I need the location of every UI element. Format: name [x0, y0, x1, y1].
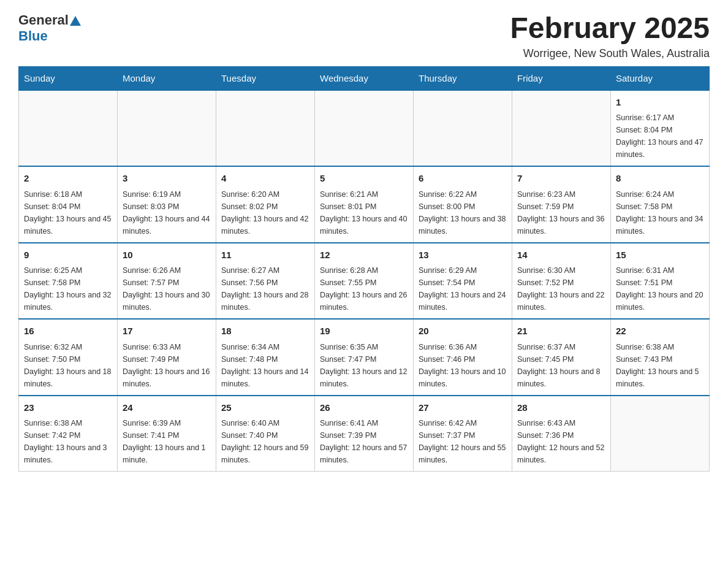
day-number: 19: [320, 324, 408, 339]
day-info: Sunrise: 6:30 AMSunset: 7:52 PMDaylight:…: [517, 264, 605, 313]
logo-triangle-icon: [70, 16, 81, 26]
calendar-week-row: 23Sunrise: 6:38 AMSunset: 7:42 PMDayligh…: [19, 396, 710, 472]
day-info: Sunrise: 6:38 AMSunset: 7:43 PMDaylight:…: [616, 341, 704, 390]
day-number: 25: [221, 401, 309, 415]
day-info: Sunrise: 6:18 AMSunset: 8:04 PMDaylight:…: [24, 188, 112, 237]
day-info: Sunrise: 6:22 AMSunset: 8:00 PMDaylight:…: [419, 188, 507, 237]
calendar-day-cell: [512, 90, 611, 167]
day-number: 14: [517, 248, 605, 262]
svg-marker-0: [70, 16, 81, 26]
location-subtitle: Worrigee, New South Wales, Australia: [510, 47, 710, 60]
day-number: 11: [221, 248, 309, 262]
calendar-day-cell: 1Sunrise: 6:17 AMSunset: 8:04 PMDaylight…: [611, 90, 710, 167]
day-number: 7: [517, 172, 605, 186]
calendar-day-cell: [414, 90, 512, 167]
calendar-day-cell: [315, 90, 414, 167]
calendar-day-cell: 5Sunrise: 6:21 AMSunset: 8:01 PMDaylight…: [315, 166, 414, 243]
day-number: 28: [517, 401, 605, 415]
day-number: 10: [123, 248, 211, 262]
day-info: Sunrise: 6:35 AMSunset: 7:47 PMDaylight:…: [320, 341, 408, 390]
calendar-day-cell: 7Sunrise: 6:23 AMSunset: 7:59 PMDaylight…: [512, 166, 611, 243]
day-number: 15: [616, 248, 704, 262]
calendar-day-cell: [216, 90, 315, 167]
day-number: 17: [123, 324, 211, 339]
day-info: Sunrise: 6:33 AMSunset: 7:49 PMDaylight:…: [123, 341, 211, 390]
day-of-week-header: Friday: [512, 66, 611, 90]
calendar-day-cell: 21Sunrise: 6:37 AMSunset: 7:45 PMDayligh…: [512, 319, 611, 396]
calendar-header-row: SundayMondayTuesdayWednesdayThursdayFrid…: [19, 66, 710, 90]
day-of-week-header: Thursday: [414, 66, 512, 90]
day-info: Sunrise: 6:38 AMSunset: 7:42 PMDaylight:…: [24, 417, 112, 466]
calendar-day-cell: 27Sunrise: 6:42 AMSunset: 7:37 PMDayligh…: [414, 396, 512, 472]
day-info: Sunrise: 6:24 AMSunset: 7:58 PMDaylight:…: [616, 188, 704, 237]
day-number: 24: [123, 401, 211, 415]
calendar-day-cell: 6Sunrise: 6:22 AMSunset: 8:00 PMDaylight…: [414, 166, 512, 243]
calendar-day-cell: [611, 396, 710, 472]
day-number: 5: [320, 172, 408, 186]
day-number: 20: [419, 324, 507, 339]
calendar-day-cell: 24Sunrise: 6:39 AMSunset: 7:41 PMDayligh…: [118, 396, 216, 472]
calendar-day-cell: 26Sunrise: 6:41 AMSunset: 7:39 PMDayligh…: [315, 396, 414, 472]
day-number: 22: [616, 324, 704, 339]
calendar-day-cell: 22Sunrise: 6:38 AMSunset: 7:43 PMDayligh…: [611, 319, 710, 396]
day-of-week-header: Monday: [118, 66, 216, 90]
day-number: 16: [24, 324, 112, 339]
calendar-table: SundayMondayTuesdayWednesdayThursdayFrid…: [18, 66, 710, 472]
day-info: Sunrise: 6:40 AMSunset: 7:40 PMDaylight:…: [221, 417, 309, 466]
title-section: February 2025 Worrigee, New South Wales,…: [510, 12, 710, 60]
day-info: Sunrise: 6:41 AMSunset: 7:39 PMDaylight:…: [320, 417, 408, 466]
day-info: Sunrise: 6:17 AMSunset: 8:04 PMDaylight:…: [616, 112, 704, 161]
calendar-day-cell: 14Sunrise: 6:30 AMSunset: 7:52 PMDayligh…: [512, 243, 611, 320]
calendar-day-cell: 19Sunrise: 6:35 AMSunset: 7:47 PMDayligh…: [315, 319, 414, 396]
day-info: Sunrise: 6:28 AMSunset: 7:55 PMDaylight:…: [320, 264, 408, 313]
calendar-day-cell: 15Sunrise: 6:31 AMSunset: 7:51 PMDayligh…: [611, 243, 710, 320]
calendar-day-cell: 3Sunrise: 6:19 AMSunset: 8:03 PMDaylight…: [118, 166, 216, 243]
logo-text-blue: Blue: [18, 28, 48, 44]
day-of-week-header: Sunday: [19, 66, 118, 90]
day-info: Sunrise: 6:32 AMSunset: 7:50 PMDaylight:…: [24, 341, 112, 390]
day-number: 1: [616, 96, 704, 110]
calendar-day-cell: 9Sunrise: 6:25 AMSunset: 7:58 PMDaylight…: [19, 243, 118, 320]
logo-text-general: General: [18, 12, 69, 28]
day-of-week-header: Saturday: [611, 66, 710, 90]
calendar-day-cell: [19, 90, 118, 167]
calendar-week-row: 2Sunrise: 6:18 AMSunset: 8:04 PMDaylight…: [19, 166, 710, 243]
calendar-day-cell: 25Sunrise: 6:40 AMSunset: 7:40 PMDayligh…: [216, 396, 315, 472]
day-info: Sunrise: 6:27 AMSunset: 7:56 PMDaylight:…: [221, 264, 309, 313]
day-info: Sunrise: 6:26 AMSunset: 7:57 PMDaylight:…: [123, 264, 211, 313]
day-number: 9: [24, 248, 112, 262]
month-title: February 2025: [510, 12, 710, 45]
day-info: Sunrise: 6:25 AMSunset: 7:58 PMDaylight:…: [24, 264, 112, 313]
day-number: 8: [616, 172, 704, 186]
day-number: 23: [24, 401, 112, 415]
day-info: Sunrise: 6:39 AMSunset: 7:41 PMDaylight:…: [123, 417, 211, 466]
logo: General Blue: [18, 12, 81, 44]
day-of-week-header: Tuesday: [216, 66, 315, 90]
day-of-week-header: Wednesday: [315, 66, 414, 90]
day-number: 18: [221, 324, 309, 339]
day-info: Sunrise: 6:37 AMSunset: 7:45 PMDaylight:…: [517, 341, 605, 390]
calendar-week-row: 1Sunrise: 6:17 AMSunset: 8:04 PMDaylight…: [19, 90, 710, 167]
calendar-day-cell: 10Sunrise: 6:26 AMSunset: 7:57 PMDayligh…: [118, 243, 216, 320]
calendar-day-cell: 2Sunrise: 6:18 AMSunset: 8:04 PMDaylight…: [19, 166, 118, 243]
day-number: 27: [419, 401, 507, 415]
day-number: 13: [419, 248, 507, 262]
page-header: General Blue February 2025 Worrigee, New…: [18, 12, 710, 60]
day-info: Sunrise: 6:31 AMSunset: 7:51 PMDaylight:…: [616, 264, 704, 313]
calendar-day-cell: 28Sunrise: 6:43 AMSunset: 7:36 PMDayligh…: [512, 396, 611, 472]
day-number: 12: [320, 248, 408, 262]
calendar-day-cell: 20Sunrise: 6:36 AMSunset: 7:46 PMDayligh…: [414, 319, 512, 396]
calendar-week-row: 9Sunrise: 6:25 AMSunset: 7:58 PMDaylight…: [19, 243, 710, 320]
day-number: 26: [320, 401, 408, 415]
calendar-day-cell: 18Sunrise: 6:34 AMSunset: 7:48 PMDayligh…: [216, 319, 315, 396]
day-info: Sunrise: 6:20 AMSunset: 8:02 PMDaylight:…: [221, 188, 309, 237]
day-info: Sunrise: 6:19 AMSunset: 8:03 PMDaylight:…: [123, 188, 211, 237]
day-number: 21: [517, 324, 605, 339]
day-info: Sunrise: 6:43 AMSunset: 7:36 PMDaylight:…: [517, 417, 605, 466]
day-info: Sunrise: 6:29 AMSunset: 7:54 PMDaylight:…: [419, 264, 507, 313]
calendar-day-cell: 17Sunrise: 6:33 AMSunset: 7:49 PMDayligh…: [118, 319, 216, 396]
day-number: 3: [123, 172, 211, 186]
day-number: 2: [24, 172, 112, 186]
calendar-day-cell: [118, 90, 216, 167]
day-number: 4: [221, 172, 309, 186]
